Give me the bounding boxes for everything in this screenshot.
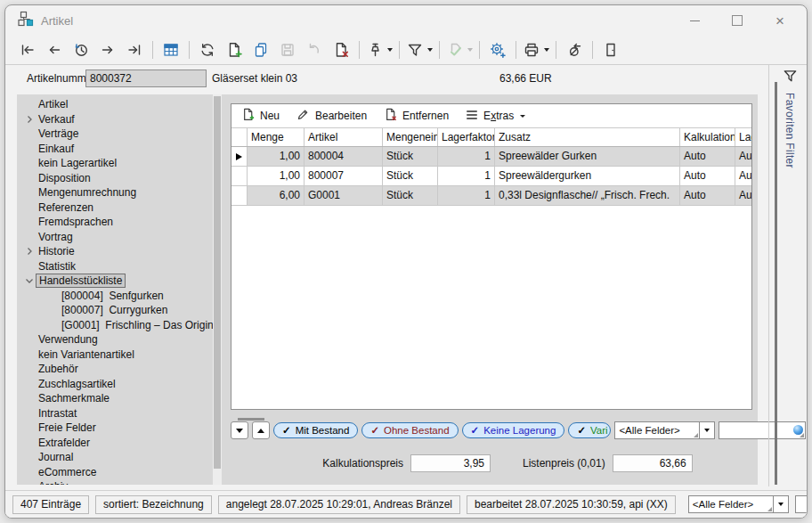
tree-item[interactable]: [G0001] Frischling – Das Original [17, 318, 213, 333]
tree-item[interactable]: Handelsstückliste [17, 274, 213, 289]
tree-item[interactable]: Sachmerkmale [17, 391, 213, 406]
status-search-input[interactable] [795, 495, 808, 513]
row-selector-cell[interactable] [231, 147, 248, 166]
row-selector-cell[interactable] [231, 186, 248, 205]
tree-item[interactable]: Extrafelder [17, 436, 213, 451]
tree-item[interactable]: [800004] Senfgurken [17, 289, 213, 304]
minimize-button[interactable] [673, 5, 716, 36]
maximize-button[interactable] [716, 5, 759, 36]
new-record-icon [225, 41, 243, 59]
combo-dropdown-button[interactable] [700, 421, 715, 439]
tree-item[interactable]: [800007] Currygurken [17, 303, 213, 318]
tree-item[interactable]: Freie Felder [17, 421, 213, 436]
tree-item[interactable]: Disposition [17, 171, 213, 186]
table-row[interactable]: 6,00G0001Stück10,33l Designflasche// „Fr… [231, 186, 751, 206]
artikelnummer-field[interactable]: 8000372 [85, 69, 207, 87]
pin-button[interactable] [364, 38, 394, 61]
refresh-button[interactable] [194, 38, 221, 61]
dropdown-arrow-icon[interactable] [427, 48, 433, 52]
table-row[interactable]: 1,00800004Stück1Spreewälder GurkenAutoAu… [231, 147, 751, 167]
tree-item[interactable]: Zuschlagsartikel [17, 377, 213, 392]
neu-button[interactable]: Neu [240, 107, 280, 125]
tree-item[interactable]: Verkauf [17, 112, 213, 127]
tree-item-label: Referenzen [36, 201, 96, 214]
kalkulationspreis-field[interactable]: 3,95 [410, 454, 491, 472]
column-header[interactable]: Artikel [304, 128, 383, 146]
tree-item[interactable]: Intrastat [17, 406, 213, 421]
table-row[interactable]: 1,00800007Stück1SpreewäldergurkenAutoAut [231, 167, 751, 186]
tree-item[interactable]: Mengenumrechnung [17, 185, 213, 200]
validate-icon [446, 41, 464, 59]
column-header[interactable]: Zusatz [495, 128, 680, 146]
transfer-button[interactable] [561, 38, 588, 61]
tree-item[interactable]: Verwendung [17, 332, 213, 347]
filter-toggle-ohne-bestand[interactable]: ✓Ohne Bestand [361, 422, 458, 438]
field-filter-combo[interactable]: <Alle Felder> [614, 421, 715, 439]
column-header[interactable]: Lag [735, 128, 752, 146]
settings-plus-button[interactable] [484, 38, 511, 61]
tree-item[interactable]: eCommerce [17, 465, 213, 480]
tree-item[interactable]: Historie [17, 244, 213, 259]
tree-item[interactable]: Artikel [17, 97, 213, 112]
favorites-filter-icon[interactable] [782, 68, 799, 88]
extras-menu-button[interactable]: Extras [465, 108, 525, 125]
status-combo-dropdown-button[interactable] [774, 495, 789, 513]
field-filter-value[interactable]: <Alle Felder> [614, 421, 700, 439]
filter-button[interactable] [404, 38, 434, 61]
favorites-filter-label[interactable]: Favoriten Filter [784, 93, 796, 168]
filter-toggle-mit-bestand[interactable]: ✓Mit Bestand [273, 422, 358, 438]
copy-record-button[interactable] [248, 38, 274, 61]
filter-toggle-label: Vari [590, 425, 608, 436]
filter-down-button[interactable] [231, 421, 248, 439]
last-record-button[interactable] [121, 38, 148, 61]
exit-button[interactable] [597, 38, 624, 61]
chevron-right-icon[interactable] [22, 247, 36, 256]
row-selector-cell[interactable] [231, 167, 248, 185]
undo-button [301, 38, 328, 61]
dropdown-arrow-icon[interactable] [387, 48, 393, 52]
filter-up-button[interactable] [252, 421, 270, 439]
tree-item[interactable]: Verträge [17, 127, 213, 142]
column-header[interactable]: Menge [248, 128, 304, 146]
tree-item[interactable]: Referenzen [17, 200, 213, 216]
tree-item[interactable]: Fremdsprachen [17, 215, 213, 230]
tree-item[interactable]: Statistik [17, 259, 213, 274]
tree-item[interactable]: Einkauf [17, 142, 213, 157]
table-cell: 1,00 [248, 167, 304, 185]
list-search-input[interactable] [719, 421, 806, 439]
tree-scrollbar-thumb[interactable] [214, 96, 221, 469]
chevron-right-icon[interactable] [22, 115, 36, 124]
tree-item[interactable]: Vortrag [17, 230, 213, 245]
favorites-splitter[interactable] [775, 82, 777, 485]
filter-toggle-vari[interactable]: ✓Vari [568, 422, 611, 438]
status-field-filter-combo[interactable]: <Alle Felder> [688, 495, 789, 513]
listenpreis-field[interactable]: 63,66 [613, 454, 693, 472]
column-header[interactable]: Kalkulation [680, 128, 735, 146]
chevron-down-icon[interactable] [22, 276, 36, 285]
filter-toggle-label: Ohne Bestand [384, 425, 450, 436]
tree-scrollbar[interactable] [213, 94, 222, 485]
entfernen-button[interactable]: Entfernen [383, 107, 449, 125]
tree-item[interactable]: Journal [17, 450, 213, 465]
bearbeiten-button[interactable]: Bearbeiten [296, 107, 367, 125]
next-record-button[interactable] [94, 38, 121, 61]
column-header[interactable]: Mengeneinhe [383, 128, 438, 146]
tree-item[interactable]: Archiv [17, 479, 213, 485]
delete-record-button[interactable] [328, 38, 354, 61]
filter-toggle-keine-lagerung[interactable]: ✓Keine Lagerung [462, 422, 565, 438]
table-view-button[interactable] [158, 38, 184, 61]
prev-record-button[interactable] [41, 38, 68, 61]
status-field-filter-value[interactable]: <Alle Felder> [688, 495, 774, 513]
new-record-button[interactable] [221, 38, 248, 61]
history-button[interactable] [68, 38, 94, 61]
table-cell: 800004 [304, 147, 383, 166]
tree-item[interactable]: Zubehör [17, 362, 213, 377]
close-button[interactable]: × [759, 5, 801, 36]
tree-item[interactable]: kein Lagerartikel [17, 156, 213, 171]
dropdown-arrow-icon[interactable] [544, 48, 549, 52]
first-record-button[interactable] [14, 38, 41, 61]
print-button[interactable] [521, 38, 551, 61]
tree-item[interactable]: kein Variantenartikel [17, 347, 213, 363]
column-header[interactable]: Lagerfaktor [438, 128, 495, 146]
maximize-icon [732, 15, 743, 26]
